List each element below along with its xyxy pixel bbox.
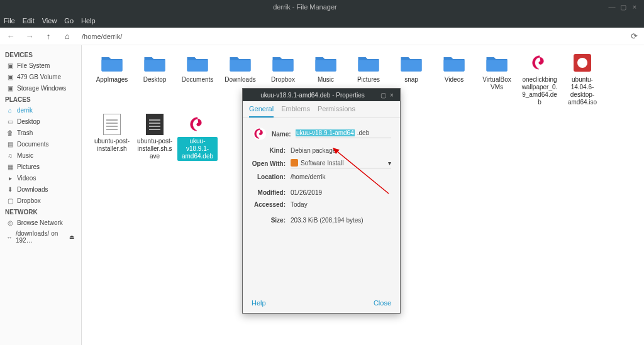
sidebar-item[interactable]: ▣Storage Windows bbox=[0, 82, 81, 94]
file-item[interactable]: Desktop bbox=[133, 53, 176, 107]
sidebar-item[interactable]: ♫Music bbox=[0, 150, 81, 161]
file-label: AppImages bbox=[95, 75, 130, 84]
sidebar-item[interactable]: ▢Dropbox bbox=[0, 195, 81, 206]
sidebar-item-icon: ⬇ bbox=[6, 185, 14, 193]
file-item[interactable]: ubuntu-14.04.6-desktop-amd64.iso bbox=[561, 53, 604, 107]
folder-icon bbox=[185, 53, 210, 73]
sidebar-item-label: Trash bbox=[17, 129, 33, 136]
value-modified: 01/26/2019 bbox=[291, 189, 391, 196]
sidebar-item-icon: ⌂ bbox=[6, 106, 14, 114]
tab-general[interactable]: General bbox=[249, 105, 274, 118]
sidebar-item[interactable]: ▣File System bbox=[0, 60, 81, 71]
file-label: ubuntu-14.04.6-desktop-amd64.iso bbox=[562, 75, 602, 107]
file-label: ubuntu-post-installer.sh.save bbox=[135, 137, 175, 161]
name-suffix: .deb bbox=[357, 129, 369, 136]
file-item[interactable]: ukuu-v18.9.1-amd64.deb bbox=[176, 114, 219, 161]
sidebar-item-label: 479 GB Volume bbox=[17, 74, 61, 80]
sidebar-item[interactable]: ⌂derrik bbox=[0, 104, 81, 116]
close-button[interactable]: Close bbox=[374, 299, 391, 307]
properties-dialog: ukuu-v18.9.1-amd64.deb - Properties ▢ × … bbox=[242, 88, 401, 314]
window-close-button[interactable]: × bbox=[629, 3, 640, 11]
sidebar-item-icon: ◎ bbox=[6, 219, 14, 226]
toolbar: ← → ↑ ⌂ /home/derrik/ ⟳ bbox=[0, 28, 644, 45]
menu-file[interactable]: File bbox=[4, 17, 15, 25]
sidebar-section-label: PLACES bbox=[0, 94, 81, 104]
menu-go[interactable]: Go bbox=[64, 17, 74, 25]
sidebar-item[interactable]: ▣479 GB Volume bbox=[0, 71, 81, 82]
window-minimize-button[interactable]: — bbox=[606, 3, 618, 11]
sidebar-item[interactable]: ⬇Downloads bbox=[0, 183, 81, 195]
sidebar-item[interactable]: ▤Documents bbox=[0, 138, 81, 150]
menu-view[interactable]: View bbox=[42, 17, 57, 25]
nav-up-button[interactable]: ↑ bbox=[44, 31, 53, 41]
file-item[interactable]: AppImages bbox=[91, 53, 133, 107]
open-with-dropdown[interactable]: Software Install ▾ bbox=[291, 159, 391, 168]
folder-icon bbox=[228, 53, 253, 73]
file-item[interactable]: Videos bbox=[433, 53, 475, 107]
sidebar-item-icon: ▤ bbox=[6, 140, 14, 148]
file-item[interactable]: Documents bbox=[176, 53, 219, 107]
folder-icon bbox=[99, 53, 125, 73]
tab-emblems[interactable]: Emblems bbox=[281, 105, 310, 118]
value-location: /home/derrik bbox=[291, 173, 391, 180]
nav-home-button[interactable]: ⌂ bbox=[63, 31, 72, 41]
document-icon bbox=[99, 114, 125, 134]
file-label: Dropbox bbox=[270, 75, 296, 84]
sidebar-item-icon: ↔ bbox=[6, 233, 13, 241]
folder-icon bbox=[484, 53, 509, 73]
debian-swirl-icon bbox=[527, 53, 552, 73]
sidebar-item[interactable]: ▸Videos bbox=[0, 172, 81, 183]
sidebar-item-label: Music bbox=[17, 152, 33, 159]
dialog-close-button[interactable]: × bbox=[387, 92, 396, 99]
file-label: Desktop bbox=[142, 75, 168, 84]
tab-permissions[interactable]: Permissions bbox=[318, 105, 355, 118]
sidebar-item-label: /downloads/ on 192… bbox=[16, 230, 66, 244]
package-icon bbox=[291, 159, 298, 167]
nav-back-button[interactable]: ← bbox=[6, 31, 15, 41]
label-name: Name: bbox=[272, 131, 296, 138]
file-label: Downloads bbox=[223, 75, 257, 84]
sidebar-item-icon: ▸ bbox=[6, 174, 14, 182]
file-item[interactable]: VirtualBox VMs bbox=[475, 53, 518, 107]
file-item[interactable]: oneclickbingwallpaper_0.9_amd64.deb bbox=[518, 53, 561, 107]
folder-icon bbox=[441, 53, 467, 73]
sidebar-item[interactable]: 🗑Trash bbox=[0, 127, 81, 138]
debian-swirl-icon bbox=[252, 126, 268, 142]
dialog-maximize-button[interactable]: ▢ bbox=[379, 92, 387, 99]
sidebar-item-icon: ▣ bbox=[6, 62, 14, 69]
menu-edit[interactable]: Edit bbox=[23, 17, 35, 25]
dialog-title: ukuu-v18.9.1-amd64.deb - Properties bbox=[247, 92, 379, 99]
sidebar-item[interactable]: ▦Pictures bbox=[0, 161, 81, 172]
eject-icon[interactable]: ⏏ bbox=[69, 234, 75, 240]
nav-forward-button[interactable]: → bbox=[25, 31, 34, 41]
sidebar-item-label: Dropbox bbox=[17, 197, 41, 204]
name-field[interactable]: ukuu-v18.9.1-amd64.deb bbox=[296, 129, 391, 138]
dialog-titlebar[interactable]: ukuu-v18.9.1-amd64.deb - Properties ▢ × bbox=[243, 89, 400, 101]
help-button[interactable]: Help bbox=[252, 299, 266, 307]
chevron-down-icon: ▾ bbox=[388, 160, 391, 167]
reload-button[interactable]: ⟳ bbox=[631, 31, 638, 41]
name-highlight: ukuu-v18.9.1-amd64 bbox=[296, 129, 355, 136]
file-item[interactable]: ubuntu-post-installer.sh bbox=[91, 114, 133, 161]
sidebar-item-icon: ▦ bbox=[6, 163, 14, 170]
file-label: ukuu-v18.9.1-amd64.deb bbox=[177, 137, 218, 161]
window-titlebar: derrik - File Manager — ▢ × bbox=[0, 0, 644, 14]
folder-icon bbox=[399, 53, 424, 73]
file-label: VirtualBox VMs bbox=[477, 75, 517, 92]
sidebar-section-label: NETWORK bbox=[0, 206, 81, 217]
sidebar-item[interactable]: ↔/downloads/ on 192…⏏ bbox=[0, 228, 81, 246]
folder-icon bbox=[270, 53, 296, 73]
sidebar: DEVICES▣File System▣479 GB Volume▣Storag… bbox=[0, 45, 82, 345]
sidebar-item-label: Storage Windows bbox=[17, 85, 66, 92]
sidebar-item[interactable]: ◎Browse Network bbox=[0, 217, 81, 228]
sidebar-item[interactable]: ▭Desktop bbox=[0, 116, 81, 127]
label-accessed: Accessed: bbox=[252, 201, 291, 208]
open-with-value: Software Install bbox=[301, 160, 343, 167]
window-maximize-button[interactable]: ▢ bbox=[618, 3, 629, 11]
sidebar-item-label: File System bbox=[17, 62, 50, 69]
file-item[interactable]: ubuntu-post-installer.sh.save bbox=[133, 114, 176, 161]
value-size: 203.3 KiB (208,194 bytes) bbox=[291, 217, 391, 224]
menu-help[interactable]: Help bbox=[81, 17, 96, 25]
path-bar[interactable]: /home/derrik/ bbox=[82, 33, 621, 40]
label-location: Location: bbox=[252, 173, 291, 180]
